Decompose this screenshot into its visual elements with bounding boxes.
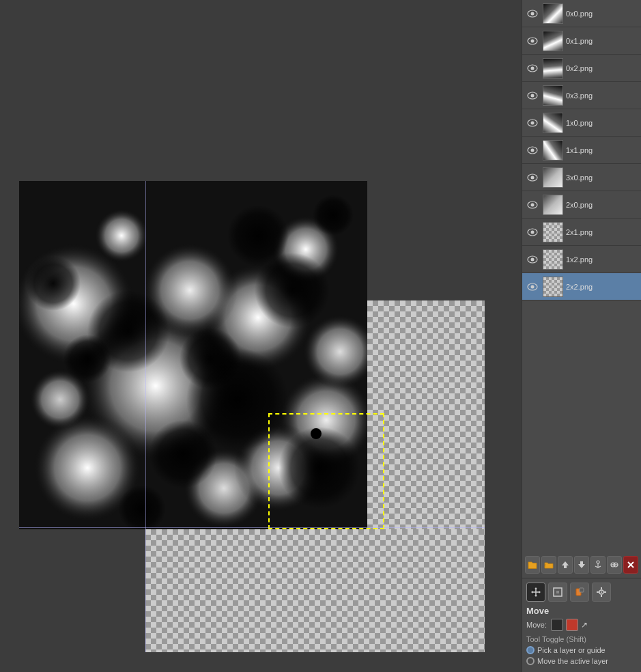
svg-point-35 <box>601 591 602 593</box>
svg-rect-39 <box>604 591 606 593</box>
svg-point-1 <box>531 12 535 15</box>
layer-item-0x2[interactable]: 0x2.png <box>522 55 641 82</box>
layer-name-0x3: 0x3.png <box>566 92 593 100</box>
svg-rect-38 <box>597 591 599 593</box>
settings-tool-button[interactable] <box>592 583 611 602</box>
layer-thumb-1x0 <box>543 113 563 133</box>
layer-item-0x3[interactable]: 0x3.png <box>522 82 641 109</box>
move-label: Move: <box>526 621 547 629</box>
layer-thumb-1x1 <box>543 140 563 160</box>
open-layer-button[interactable] <box>541 556 556 574</box>
radio-move-active-indicator[interactable] <box>526 657 535 665</box>
new-layer-button[interactable] <box>525 556 540 574</box>
eye-icon-1x1[interactable] <box>525 143 540 158</box>
layer-thumb-3x0 <box>543 167 563 188</box>
move-options-row: Move: ↗ <box>526 619 637 631</box>
layer-thumb-0x3 <box>543 85 563 106</box>
canvas-wrapper <box>19 181 485 652</box>
svg-rect-31 <box>556 591 559 593</box>
layer-thumb-0x2 <box>543 58 563 79</box>
layer-item-1x1[interactable]: 1x1.png <box>522 137 641 164</box>
layer-item-2x0[interactable]: 2x0.png <box>522 191 641 219</box>
layer-name-1x2: 1x2.png <box>566 255 593 264</box>
transparency-right <box>367 300 485 533</box>
eye-icon-3x0[interactable] <box>525 170 540 185</box>
eye-icon-0x0[interactable] <box>525 6 540 21</box>
move-color-swatch-2[interactable] <box>566 619 578 631</box>
eye-icon-2x1[interactable] <box>525 225 540 240</box>
tool-panel: Move Move: ↗ Tool Toggle (Shift) Pick a … <box>522 578 641 672</box>
lower-layer-button[interactable] <box>574 556 589 574</box>
layer-name-2x0: 2x0.png <box>566 201 593 209</box>
tool-icons-row <box>526 583 637 602</box>
canvas-area <box>0 0 522 672</box>
raise-layer-button[interactable] <box>558 556 573 574</box>
svg-point-22 <box>597 561 599 563</box>
link-layer-button[interactable] <box>590 556 606 574</box>
eye-icon-2x2[interactable] <box>525 279 540 294</box>
layer-thumb-2x0 <box>543 195 563 215</box>
layer-thumb-0x0 <box>543 3 563 24</box>
layer-name-1x0: 1x0.png <box>566 119 593 127</box>
anchor-layer-button[interactable] <box>607 556 622 574</box>
layer-item-3x0[interactable]: 3x0.png <box>522 164 641 191</box>
tool-toggle-label: Tool Toggle (Shift) <box>526 635 637 643</box>
radio-pick-layer-label: Pick a layer or guide <box>537 646 606 654</box>
layer-thumb-1x2 <box>543 249 563 270</box>
radio-pick-layer-indicator[interactable] <box>526 646 535 654</box>
layer-item-2x1[interactable]: 2x1.png <box>522 219 641 246</box>
svg-point-9 <box>531 121 535 124</box>
horizontal-guide <box>19 527 485 528</box>
layers-list[interactable]: 0x0.png 0x1.png 0x2.png 0x3.png 1x0.png … <box>522 0 641 553</box>
eye-icon-0x3[interactable] <box>525 88 540 103</box>
radio-move-active-label: Move the active layer <box>537 657 608 665</box>
svg-point-19 <box>531 257 535 261</box>
layer-item-0x0[interactable]: 0x0.png <box>522 0 641 27</box>
layer-thumb-2x1 <box>543 222 563 242</box>
svg-point-5 <box>531 66 535 70</box>
layer-thumb-0x1 <box>543 31 563 51</box>
svg-point-15 <box>531 203 535 206</box>
layer-item-2x2[interactable]: 2x2.png <box>522 273 641 300</box>
svg-point-17 <box>531 230 535 234</box>
layer-name-2x1: 2x1.png <box>566 228 593 236</box>
main-canvas[interactable] <box>19 181 367 529</box>
transform-tool-button[interactable] <box>548 583 567 602</box>
sidebar: 0x0.png 0x1.png 0x2.png 0x3.png 1x0.png … <box>522 0 641 672</box>
eye-icon-1x0[interactable] <box>525 115 540 130</box>
eye-icon-0x1[interactable] <box>525 33 540 48</box>
layer-name-3x0: 3x0.png <box>566 173 593 182</box>
layer-name-2x2: 2x2.png <box>566 283 593 291</box>
layer-name-1x1: 1x1.png <box>566 146 593 154</box>
svg-rect-37 <box>601 595 602 597</box>
tool-name-label: Move <box>526 606 637 616</box>
layer-item-0x1[interactable]: 0x1.png <box>522 27 641 55</box>
svg-point-7 <box>531 94 535 97</box>
layer-name-0x0: 0x0.png <box>566 10 593 18</box>
svg-point-3 <box>531 39 535 42</box>
layer-item-1x2[interactable]: 1x2.png <box>522 246 641 273</box>
rotate-tool-button[interactable] <box>570 583 589 602</box>
move-color-swatch-1[interactable] <box>551 619 563 631</box>
svg-point-11 <box>531 148 535 152</box>
move-arrow-icon: ↗ <box>581 620 588 630</box>
eye-icon-2x0[interactable] <box>525 197 540 212</box>
eye-icon-0x2[interactable] <box>525 61 540 76</box>
svg-point-21 <box>531 285 535 288</box>
svg-point-13 <box>531 176 535 179</box>
radio-move-active[interactable]: Move the active layer <box>526 657 637 665</box>
transparency-bottom <box>145 529 485 652</box>
layer-thumb-2x2 <box>543 277 563 297</box>
delete-layer-button[interactable] <box>623 556 638 574</box>
vertical-guide <box>145 181 146 652</box>
layer-actions-toolbar <box>522 553 641 578</box>
move-tool-button[interactable] <box>526 583 545 602</box>
layer-name-0x2: 0x2.png <box>566 64 593 72</box>
layer-name-0x1: 0x1.png <box>566 37 593 45</box>
radio-pick-layer[interactable]: Pick a layer or guide <box>526 646 637 654</box>
eye-icon-1x2[interactable] <box>525 252 540 267</box>
layer-item-1x0[interactable]: 1x0.png <box>522 109 641 137</box>
svg-rect-33 <box>580 588 584 592</box>
svg-rect-36 <box>601 587 602 589</box>
